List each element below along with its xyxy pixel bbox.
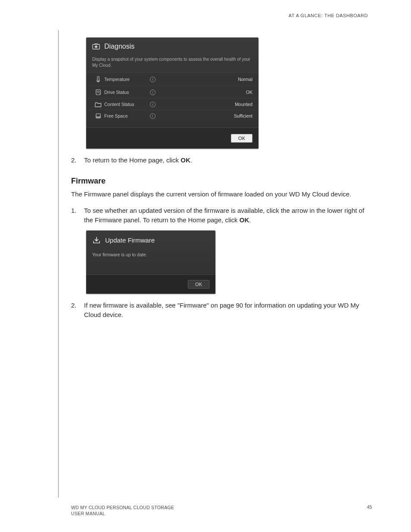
diagnosis-ok-button[interactable]: OK (231, 134, 252, 143)
firmware-intro: The Firmware panel displays the current … (71, 189, 372, 199)
firmware-ok-button[interactable]: OK (188, 280, 209, 289)
footer-line2: USER MANUAL (71, 511, 105, 516)
row-label: Temperature (104, 77, 147, 82)
margin-rule (58, 30, 59, 498)
step-text: To see whether an updated version of the… (84, 206, 372, 225)
firmware-footer: OK (86, 274, 215, 294)
info-icon[interactable]: i (147, 102, 158, 107)
svg-point-5 (97, 91, 99, 93)
firmware-title: Update Firmware (105, 236, 155, 244)
folder-icon (92, 101, 104, 107)
firmware-header: Update Firmware (86, 230, 215, 248)
text-bold: OK (240, 216, 249, 224)
diagnosis-description: Display a snapshot of your system compon… (86, 54, 258, 72)
step-number: 1. (71, 206, 79, 225)
thermometer-icon (92, 75, 104, 83)
storage-icon (92, 113, 104, 119)
firmware-panel: Update Firmware Your firmware is up to d… (86, 230, 215, 294)
step-check-firmware: 1. To see whether an updated version of … (71, 206, 372, 225)
firmware-heading: Firmware (71, 177, 372, 186)
footer-line1: WD MY CLOUD PERSONAL CLOUD STORAGE (71, 505, 174, 510)
svg-point-6 (99, 93, 100, 94)
text-fragment: To see whether an updated version of the… (84, 207, 364, 224)
row-value: Sufficient (158, 113, 252, 118)
drive-icon (92, 89, 104, 96)
page-footer: WD MY CLOUD PERSONAL CLOUD STORAGE USER … (71, 504, 372, 516)
download-icon (92, 236, 101, 244)
text-fragment: To return to the Home page, click (84, 156, 181, 164)
text-fragment: . (249, 216, 251, 224)
diagnosis-row-drive-status: Drive Status i OK (86, 86, 258, 98)
step-number: 2. (71, 301, 79, 320)
step-return-home: 2. To return to the Home page, click OK. (71, 156, 372, 165)
footer-title: WD MY CLOUD PERSONAL CLOUD STORAGE USER … (71, 504, 174, 516)
svg-rect-8 (96, 116, 100, 118)
info-icon[interactable]: i (147, 113, 158, 119)
diagnosis-row-content-status: Content Status i Mounted (86, 98, 258, 110)
step-text: To return to the Home page, click OK. (84, 156, 372, 165)
row-value: OK (158, 90, 252, 95)
svg-rect-2 (95, 46, 98, 47)
medical-plus-icon (92, 43, 100, 50)
svg-point-3 (97, 80, 99, 81)
row-label: Drive Status (104, 90, 147, 95)
firmware-message: Your firmware is up to date. (86, 248, 215, 274)
diagnosis-title: Diagnosis (104, 43, 134, 50)
step-new-firmware: 2. If new firmware is available, see "Fi… (71, 301, 372, 320)
diagnosis-header: Diagnosis (86, 37, 258, 54)
text-bold: OK (181, 156, 190, 164)
step-text: If new firmware is available, see "Firmw… (84, 301, 372, 320)
info-icon[interactable]: i (147, 90, 158, 95)
main-content: Diagnosis Display a snapshot of your sys… (71, 31, 372, 320)
page-number: 45 (367, 504, 372, 516)
row-value: Mounted (158, 102, 252, 107)
text-fragment: . (190, 156, 192, 164)
row-value: Normal (158, 77, 252, 82)
diagnosis-row-free-space: Free Space i Sufficient (86, 110, 258, 121)
row-label: Free Space (104, 113, 147, 118)
diagnosis-row-temperature: Temperature i Normal (86, 72, 258, 86)
diagnosis-footer: OK (86, 128, 258, 149)
step-number: 2. (71, 156, 79, 165)
row-label: Content Status (104, 102, 147, 107)
diagnosis-panel: Diagnosis Display a snapshot of your sys… (86, 37, 258, 149)
header-breadcrumb: AT A GLANCE: THE DASHBOARD (58, 13, 372, 18)
info-icon[interactable]: i (147, 77, 158, 82)
